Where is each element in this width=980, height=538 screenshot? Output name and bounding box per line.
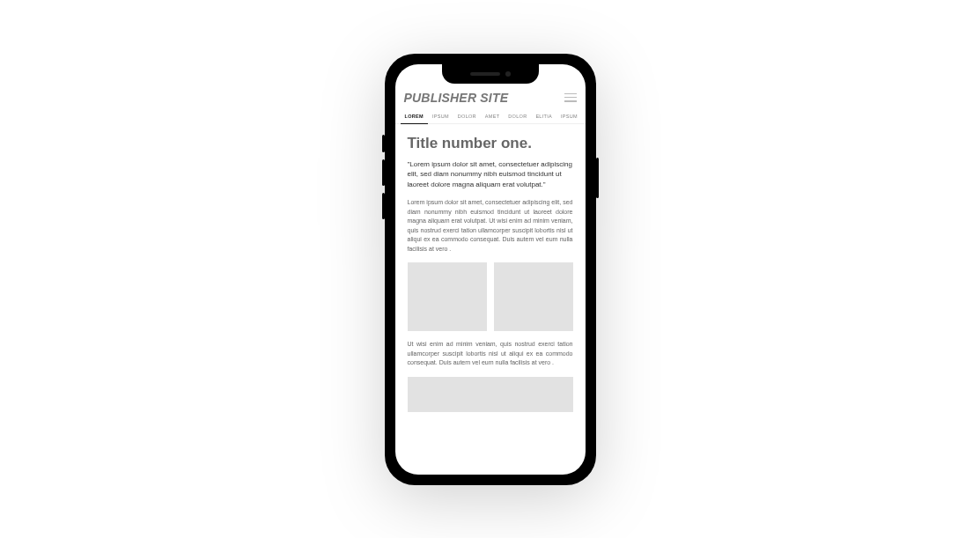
nav-tabs: LOREM IPSUM DOLOR AMET DOLOR ELITIA IPSU… bbox=[395, 110, 586, 124]
tab-elitia[interactable]: ELITIA bbox=[531, 110, 556, 123]
speaker-icon bbox=[470, 72, 500, 76]
phone-side-button bbox=[596, 158, 599, 198]
site-title: PUBLISHER SITE bbox=[404, 91, 509, 105]
article-body-paragraph: Ut wisi enim ad minim veniam, quis nostr… bbox=[408, 340, 573, 368]
tab-ipsum[interactable]: IPSUM bbox=[428, 110, 453, 123]
phone-screen: PUBLISHER SITE LOREM IPSUM DOLOR AMET DO… bbox=[395, 64, 586, 475]
article-body-paragraph: Lorem ipsum dolor sit amet, consectetuer… bbox=[408, 198, 573, 254]
article-title: Title number one. bbox=[408, 135, 573, 152]
app-content: PUBLISHER SITE LOREM IPSUM DOLOR AMET DO… bbox=[395, 84, 586, 475]
phone-mockup: PUBLISHER SITE LOREM IPSUM DOLOR AMET DO… bbox=[385, 54, 596, 485]
app-header: PUBLISHER SITE bbox=[395, 84, 586, 110]
image-placeholder bbox=[494, 262, 573, 331]
image-placeholder bbox=[408, 262, 487, 331]
tab-lorem[interactable]: LOREM bbox=[401, 110, 428, 124]
tab-dolor[interactable]: DOLOR bbox=[453, 110, 481, 123]
tab-amet[interactable]: AMET bbox=[481, 110, 504, 123]
phone-notch bbox=[442, 64, 539, 84]
image-placeholder-wide bbox=[408, 377, 573, 412]
tab-ipsum-2[interactable]: IPSUM bbox=[556, 110, 582, 123]
article-quote: "Lorem ipsum dolor sit amet, consectetue… bbox=[408, 159, 573, 190]
article: Title number one. "Lorem ipsum dolor sit… bbox=[395, 124, 586, 412]
phone-frame: PUBLISHER SITE LOREM IPSUM DOLOR AMET DO… bbox=[385, 54, 596, 485]
tab-dolor-2[interactable]: DOLOR bbox=[504, 110, 531, 123]
camera-icon bbox=[505, 71, 511, 77]
hamburger-menu-icon[interactable] bbox=[564, 93, 577, 102]
image-row bbox=[408, 262, 573, 331]
